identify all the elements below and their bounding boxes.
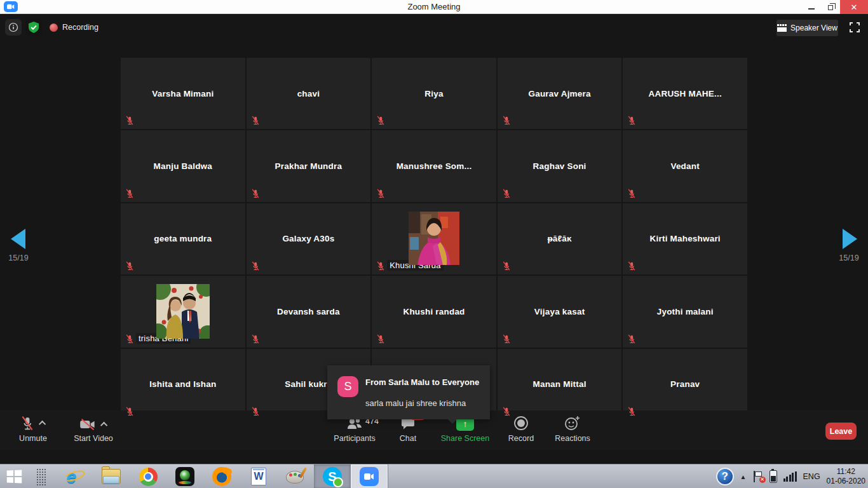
taskbar-skype[interactable]: S <box>314 464 351 488</box>
fullscreen-icon[interactable] <box>850 22 860 32</box>
taskbar-chrome[interactable] <box>130 464 166 488</box>
taskbar-word[interactable]: W <box>240 464 277 488</box>
participant-tile[interactable]: Galaxy A30s <box>247 203 371 274</box>
participant-tile[interactable]: Raghav Soni <box>498 130 622 201</box>
meeting-area: Recording Speaker View 15/19 15/19 Varsh… <box>0 14 868 464</box>
muted-mic-icon <box>251 261 260 271</box>
participant-tile[interactable]: Manju Baldwa <box>121 130 245 201</box>
participant-name: Devansh sarda <box>247 276 371 347</box>
muted-mic-icon <box>502 261 511 271</box>
participant-name: ᵽăℓăĸ <box>498 203 622 274</box>
page-indicator-left: 15/19 <box>0 254 37 262</box>
participant-tile[interactable]: Riya <box>372 58 496 129</box>
language-indicator[interactable]: ENG <box>803 472 820 481</box>
muted-mic-icon <box>627 116 636 125</box>
muted-mic-icon <box>251 334 260 344</box>
participant-name: Khushi randad <box>372 276 496 347</box>
video-off-icon <box>79 418 96 431</box>
participant-tile[interactable]: Pranav <box>623 349 747 420</box>
taskbar-internet-explorer[interactable]: e <box>56 464 93 488</box>
tray-date: 01-06-2020 <box>827 477 865 486</box>
windows-taskbar: e W S ? ▲ ✕ <box>0 464 868 488</box>
participant-name: AARUSH MAHE... <box>623 58 747 129</box>
chat-popup-title: From Sarla Malu to Everyone <box>365 377 479 387</box>
participant-tile[interactable]: ᵽăℓăĸ <box>498 203 622 274</box>
taskbar-webcam-app[interactable] <box>166 464 203 488</box>
muted-mic-icon <box>627 189 636 198</box>
help-icon[interactable]: ? <box>716 468 734 485</box>
participant-name: Vijaya kasat <box>498 276 622 347</box>
taskbar-paint[interactable] <box>277 464 314 488</box>
taskbar-file-explorer[interactable] <box>93 464 130 488</box>
participant-tile[interactable]: Prakhar Mundra <box>247 130 371 201</box>
taskbar-clock[interactable]: 11:42 01-06-2020 <box>827 467 865 486</box>
reactions-button[interactable]: Reactions <box>548 410 597 446</box>
leave-button[interactable]: Leave <box>825 423 857 440</box>
muted-mic-icon <box>125 189 134 198</box>
participant-tile[interactable]: Kirti Maheshwari <box>623 203 747 274</box>
close-button[interactable]: ✕ <box>840 0 868 14</box>
taskbar-zoom-active[interactable] <box>351 464 388 488</box>
participant-tile[interactable]: Devansh sarda <box>247 276 371 347</box>
participant-tile[interactable]: AARUSH MAHE... <box>623 58 747 129</box>
muted-mic-icon <box>627 334 636 344</box>
page-indicator-right: 15/19 <box>830 254 868 262</box>
speaker-view-button[interactable]: Speaker View <box>776 20 838 36</box>
participant-tile[interactable]: trisha Behani <box>121 276 245 347</box>
previous-page-arrow[interactable] <box>11 229 25 249</box>
meeting-info-button[interactable] <box>5 19 22 36</box>
participant-name: geeta mundra <box>121 203 245 274</box>
muted-mic-icon <box>125 407 134 416</box>
window-title: Zoom Meeting <box>0 2 868 11</box>
recording-indicator: Recording <box>50 19 98 36</box>
audio-options-caret[interactable] <box>39 421 46 428</box>
record-icon <box>513 416 529 431</box>
participant-tile[interactable]: Jyothi malani <box>623 276 747 347</box>
chat-popup-message: sarla malu jai shree krishna <box>365 398 466 408</box>
participant-name: Raghav Soni <box>498 130 622 201</box>
participant-tile[interactable]: Khushi randad <box>372 276 496 347</box>
participant-tile[interactable]: geeta mundra <box>121 203 245 274</box>
recording-dot-icon[interactable] <box>50 24 58 32</box>
participant-tile[interactable]: Ishita and Ishan <box>121 349 245 420</box>
participant-tile[interactable]: Khushi Sarda <box>372 203 496 274</box>
next-page-arrow[interactable] <box>843 229 857 249</box>
participant-tile[interactable]: Vijaya kasat <box>498 276 622 347</box>
reactions-label: Reactions <box>555 434 590 443</box>
window-titlebar: Zoom Meeting ✕ <box>0 0 868 14</box>
unmute-label: Unmute <box>19 434 47 443</box>
muted-mic-icon <box>376 261 385 271</box>
restore-button[interactable] <box>821 0 840 14</box>
hidden-icons-arrow[interactable]: ▲ <box>740 473 747 480</box>
participant-tile[interactable]: Manushree Som... <box>372 130 496 201</box>
participant-tile[interactable]: chavi <box>247 58 371 129</box>
muted-mic-icon <box>20 416 34 431</box>
minimize-button[interactable] <box>802 0 821 14</box>
network-signal-icon[interactable] <box>783 471 797 482</box>
action-center-flag-icon[interactable]: ✕ <box>753 471 763 482</box>
start-video-button[interactable]: Start Video <box>66 410 121 446</box>
video-options-caret[interactable] <box>100 422 107 429</box>
muted-mic-icon <box>502 116 511 125</box>
participant-name: Gaurav Ajmera <box>498 58 622 129</box>
tray-time: 11:42 <box>827 467 865 477</box>
participant-tile[interactable]: Manan Mittal <box>498 349 622 420</box>
muted-mic-icon <box>502 189 511 198</box>
participant-name: Ishita and Ishan <box>121 349 245 420</box>
participant-tile[interactable]: Varsha Mimani <box>121 58 245 129</box>
participant-name: Vedant <box>623 130 747 201</box>
taskbar-firefox[interactable] <box>203 464 240 488</box>
chat-notification-popup[interactable]: S From Sarla Malu to Everyone sarla malu… <box>327 365 490 419</box>
encryption-shield-icon[interactable] <box>25 19 42 36</box>
start-button[interactable] <box>0 464 28 488</box>
participant-tile[interactable]: Gaurav Ajmera <box>498 58 622 129</box>
paint-icon <box>286 468 305 485</box>
battery-icon[interactable] <box>770 470 777 483</box>
participant-video-khushi <box>409 212 459 265</box>
participant-tile[interactable]: Vedant <box>623 130 747 201</box>
pinned-dots-icon[interactable] <box>28 464 56 488</box>
unmute-button[interactable]: Unmute <box>10 410 56 446</box>
participant-name: Galaxy A30s <box>247 203 371 274</box>
participant-name: Pranav <box>623 349 747 420</box>
firefox-icon <box>212 467 231 486</box>
